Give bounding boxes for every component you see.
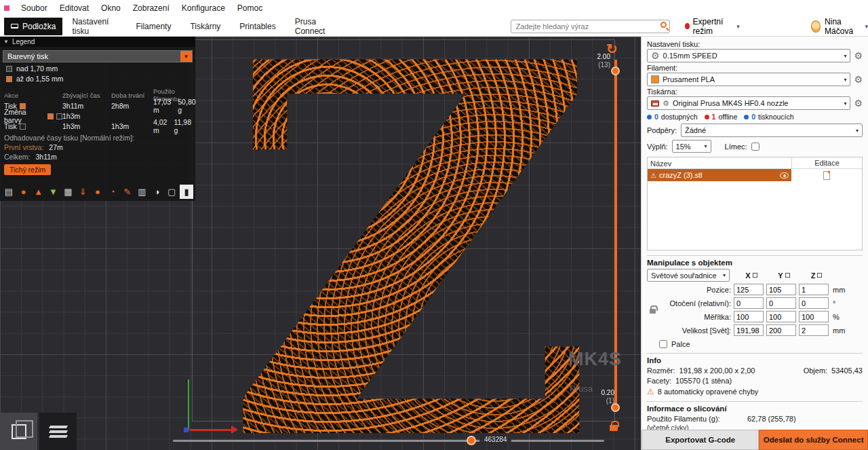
axis-drop-icon[interactable] bbox=[753, 273, 757, 278]
eye-icon[interactable] bbox=[780, 172, 789, 179]
supports-select[interactable]: Žádné ▾ bbox=[681, 124, 863, 137]
texture-icon[interactable]: ▦ bbox=[61, 185, 75, 199]
seam-icon[interactable]: ▼ bbox=[47, 185, 60, 199]
place-on-bed-icon[interactable]: ⇓ bbox=[76, 185, 90, 199]
infill-select[interactable]: 15% ▾ bbox=[672, 140, 711, 153]
size-y-input[interactable] bbox=[766, 324, 796, 336]
printer-value: Original Prusa MK4S HF0.4 nozzle bbox=[673, 99, 789, 107]
coordinate-system-select[interactable]: Světové souřadnice ▾ bbox=[647, 269, 730, 282]
tab-printables[interactable]: Printables bbox=[230, 16, 285, 37]
search-icon[interactable] bbox=[660, 22, 667, 28]
infill-label: Výplň: bbox=[647, 143, 668, 151]
menu-konfigurace[interactable]: Konfigurace bbox=[176, 0, 231, 16]
tab-prusa-connect[interactable]: Prusa Connect bbox=[285, 16, 348, 37]
layers-icon bbox=[50, 426, 67, 438]
manipulation-section: Manipulace s objektem Světové souřadnice… bbox=[647, 255, 863, 348]
axis-drop-icon[interactable] bbox=[817, 273, 822, 278]
object-row[interactable]: ⚠ crazyZ (3).stl bbox=[648, 169, 862, 181]
menu-pomoc[interactable]: Pomoc bbox=[231, 0, 269, 16]
filament-value: Prusament PLA bbox=[663, 75, 715, 83]
size-z-input[interactable] bbox=[799, 324, 829, 336]
object-name: crazyZ (3).stl bbox=[659, 171, 703, 179]
print-settings-value: 0.15mm SPEED bbox=[663, 52, 717, 60]
pencil-icon[interactable]: ✎ bbox=[121, 185, 134, 199]
sphere-icon[interactable]: ◑ bbox=[150, 185, 163, 199]
inches-checkbox[interactable] bbox=[659, 340, 667, 348]
tab-nastaveni-tisku[interactable]: Nastavení tisku bbox=[62, 16, 126, 37]
axis-drop-icon[interactable] bbox=[785, 273, 790, 278]
cube-icon[interactable]: ▢ bbox=[165, 185, 178, 199]
printhead-icon[interactable]: ▮ bbox=[180, 185, 193, 199]
move-slider-value: 463284 bbox=[479, 434, 511, 445]
move-slider-handle[interactable] bbox=[467, 436, 476, 445]
menu-zobrazeni[interactable]: Zobrazení bbox=[127, 0, 176, 16]
filament-gear-button[interactable]: ⚙ bbox=[854, 75, 863, 84]
status-label: tisknoucích bbox=[758, 113, 794, 121]
volume-label: Objem: bbox=[804, 367, 827, 375]
send-to-connect-button[interactable]: Odeslat do služby Connect bbox=[759, 430, 868, 450]
duration-value: 1h3m bbox=[111, 122, 153, 130]
first-layer-label: První vrstva: bbox=[4, 143, 43, 151]
status-label: dostupných bbox=[661, 113, 698, 121]
view-layers-thumbnail[interactable] bbox=[39, 413, 77, 450]
position-x-input[interactable] bbox=[734, 284, 764, 295]
view-mode-select[interactable]: Barevný tisk ▼ bbox=[3, 50, 193, 62]
printer-gear-button[interactable]: ⚙ bbox=[854, 98, 863, 108]
view-3d-thumbnail[interactable] bbox=[0, 413, 37, 450]
position-z-input[interactable] bbox=[799, 284, 829, 295]
dropdown-icon: ▾ bbox=[856, 128, 859, 134]
tab-podlozka[interactable]: Podložka bbox=[4, 18, 62, 35]
brim-checkbox[interactable] bbox=[751, 143, 760, 151]
legend-panel: ▼ Legend Barevný tisk ▼ nad 1,70 mm až d… bbox=[0, 37, 195, 201]
dropdown-icon[interactable]: ▼ bbox=[180, 51, 192, 62]
lock-icon[interactable] bbox=[610, 425, 618, 431]
export-gcode-button[interactable]: Exportovat G-code bbox=[642, 430, 759, 450]
stack-icon[interactable]: ▤ bbox=[2, 185, 16, 199]
rotation-y-input[interactable] bbox=[766, 297, 796, 309]
scale-x-input[interactable] bbox=[734, 311, 764, 322]
printer-select[interactable]: ⚙ Original Prusa MK4S HF0.4 nozzle ▾ bbox=[647, 96, 850, 110]
chevron-down-icon: ▾ bbox=[865, 23, 868, 30]
menu-editovat[interactable]: Editovat bbox=[54, 0, 95, 16]
layer-top-index: (13) bbox=[578, 61, 610, 69]
menu-okno[interactable]: Okno bbox=[95, 0, 127, 16]
uniform-scale-lock-icon[interactable] bbox=[650, 309, 656, 314]
model-object[interactable]: Z bbox=[221, 49, 601, 450]
stealth-mode-toggle[interactable]: Tichý režim bbox=[4, 164, 51, 175]
edit-layers-icon[interactable] bbox=[823, 171, 830, 180]
3d-viewport[interactable]: Z ▼ Legend Barevný tisk ▼ nad 1,70 mm až… bbox=[0, 37, 641, 450]
print-actions-table: Akce Zbývající čas Doba trvání Použito f… bbox=[4, 88, 191, 128]
size-x-input[interactable] bbox=[734, 324, 764, 336]
drop-icon[interactable]: ● bbox=[91, 185, 104, 199]
search-input[interactable] bbox=[511, 20, 670, 33]
status-available-dot bbox=[647, 115, 652, 119]
size-label: Velikost [Svět]: bbox=[647, 326, 734, 335]
rotation-x-input[interactable] bbox=[734, 297, 764, 309]
paint-icon[interactable]: ● bbox=[17, 185, 31, 199]
tab-tiskarny[interactable]: Tiskárny bbox=[180, 16, 230, 37]
timelapse-icon[interactable]: ◔ bbox=[106, 185, 119, 199]
filament-select[interactable]: Prusament PLA ▾ bbox=[647, 73, 850, 86]
position-y-input[interactable] bbox=[766, 284, 796, 295]
user-account[interactable]: Nina Máčová ▾ bbox=[811, 17, 868, 36]
move-slider[interactable] bbox=[173, 440, 604, 442]
expert-mode-dot-icon bbox=[685, 23, 690, 29]
print-settings-select[interactable]: ⚙ 0.15mm SPEED ▾ bbox=[647, 49, 850, 62]
mesh-icon[interactable]: ▥ bbox=[136, 185, 149, 199]
dropdown-icon: ▾ bbox=[844, 77, 846, 83]
legend-header[interactable]: ▼ Legend bbox=[0, 37, 195, 47]
scale-y-input[interactable] bbox=[766, 311, 796, 322]
tab-filamenty[interactable]: Filamenty bbox=[126, 16, 180, 37]
print-settings-gear-button[interactable]: ⚙ bbox=[854, 51, 863, 60]
expert-mode-selector[interactable]: Expertní režim ▾ bbox=[685, 17, 740, 36]
color-swatch bbox=[20, 124, 26, 130]
gear-icon: ⚙ bbox=[663, 100, 669, 107]
height-range-icon[interactable]: ▲ bbox=[32, 185, 45, 199]
rotation-z-input[interactable] bbox=[799, 297, 829, 309]
tab-bar: Podložka Nastavení tisku Filamenty Tiská… bbox=[0, 16, 868, 37]
range-swatch bbox=[6, 66, 12, 72]
layer-slider-top-handle[interactable] bbox=[611, 67, 620, 75]
scale-z-input[interactable] bbox=[799, 311, 829, 322]
menu-soubor[interactable]: Soubor bbox=[15, 0, 54, 16]
print-settings-label: Nastavení tisku: bbox=[647, 40, 863, 48]
